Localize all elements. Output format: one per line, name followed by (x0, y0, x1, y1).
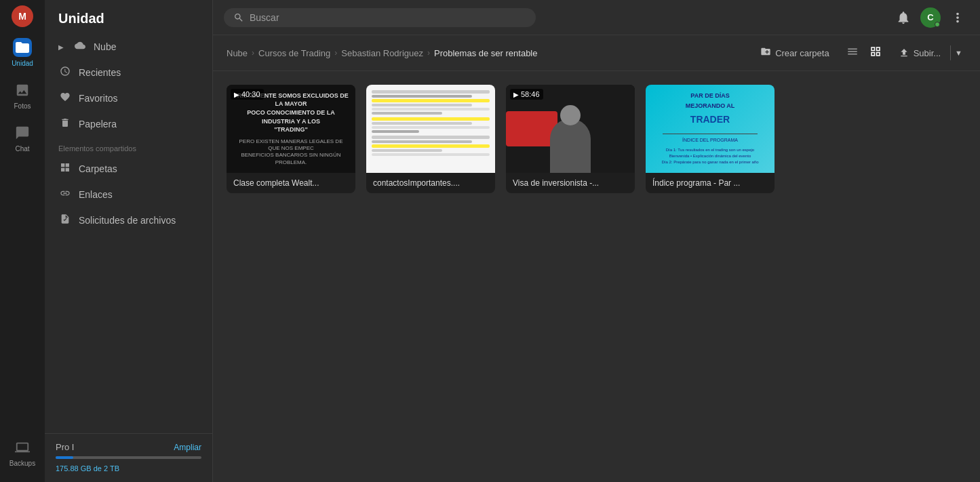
sidebar-footer: Pro I Ampliar 175.88 GB de 2 TB (45, 433, 212, 482)
sidebar-enlaces-label: Enlaces (79, 189, 113, 200)
ampliar-button[interactable]: Ampliar (174, 443, 201, 452)
file-name-1: Clase completa Wealt... (227, 173, 355, 193)
fotos-icon (13, 81, 32, 100)
breadcrumb-sep-3: › (427, 48, 430, 58)
breadcrumb-bar: Nube › Cursos de Trading › Sebastian Rod… (213, 35, 980, 71)
nav-label-unidad: Unidad (12, 60, 33, 67)
icon-bar: M Unidad Fotos Chat Backups (0, 0, 45, 482)
sidebar-header: Unidad (45, 0, 212, 35)
sidebar: Unidad ▶ Nube Recientes (45, 0, 213, 482)
sidebar-papelera-label: Papelera (79, 119, 117, 129)
breadcrumb-sep-1: › (252, 48, 254, 58)
user-avatar-icon[interactable]: M (12, 5, 33, 27)
search-box[interactable] (224, 8, 536, 27)
nav-label-chat: Chat (15, 145, 29, 153)
grid-view-button[interactable] (865, 42, 886, 64)
sidebar-carpetas-label: Carpetas (79, 163, 117, 174)
sidebar-nav: ▶ Nube Recientes Favori (45, 35, 212, 136)
crear-carpeta-button[interactable]: Crear carpeta (753, 43, 836, 63)
heart-icon (58, 92, 72, 105)
file-card-4[interactable]: PAR DE DÍAS MEJORANDO AL TRADER ÍNDICE D… (646, 85, 775, 193)
sidebar-item-solicitudes[interactable]: Solicitudes de archivos (50, 208, 207, 233)
unidad-icon (13, 38, 32, 57)
nav-label-backups: Backups (9, 460, 35, 467)
file-thumbnail-4: PAR DE DÍAS MEJORANDO AL TRADER ÍNDICE D… (646, 85, 775, 173)
list-view-button[interactable] (842, 42, 863, 64)
shared-section-label: Elementos compartidos (45, 136, 212, 157)
file-name-2: contactosImportantes.... (366, 173, 495, 193)
view-toggle (842, 42, 886, 64)
file-name-3: Visa de inversionista -... (506, 173, 635, 193)
duration-badge-1: ▶ 40:30 (231, 89, 264, 100)
storage-bar-fill (56, 456, 73, 459)
nav-item-fotos[interactable]: Fotos (0, 74, 45, 117)
file-name-4: Índice programa - Par ... (646, 173, 775, 193)
play-icon-3: ▶ (513, 91, 519, 98)
breadcrumb-cursos[interactable]: Cursos de Trading (258, 48, 330, 58)
breadcrumb-actions: Crear carpeta (753, 42, 966, 64)
file-thumbnail-1: TRISTEMENTE SOMOS EXCLUIDOS DE LA MAYORP… (227, 85, 355, 173)
storage-text: 175.88 GB de 2 TB (56, 464, 119, 473)
nav-item-chat[interactable]: Chat (0, 117, 45, 159)
file-grid: TRISTEMENTE SOMOS EXCLUIDOS DE LA MAYORP… (227, 85, 966, 193)
main-content: C Nube › Cursos de Trading › Sebastian R… (213, 0, 980, 482)
upload-button[interactable]: Subir... (892, 44, 947, 62)
file-card-3[interactable]: ▶ 58:46 Visa de inversionista -... (506, 85, 635, 193)
file-thumbnail-3: ▶ 58:46 (506, 85, 635, 173)
search-input[interactable] (250, 12, 526, 23)
storage-bar-bg (56, 456, 201, 459)
grid-icon (58, 162, 72, 176)
person-silhouette (550, 119, 591, 173)
topbar-actions: C (892, 6, 969, 29)
search-icon (233, 12, 244, 23)
upload-button-group: Subir... ▼ (892, 44, 966, 62)
sidebar-item-favoritos[interactable]: Favoritos (50, 86, 207, 111)
breadcrumb-problemas[interactable]: Problemas de ser rentable (434, 48, 537, 58)
chevron-icon: ▶ (58, 43, 64, 51)
more-options-button[interactable] (946, 6, 969, 29)
bell-icon (896, 10, 911, 25)
link-icon (58, 188, 72, 201)
chat-icon (13, 123, 32, 142)
user-avatar[interactable]: C (920, 7, 941, 28)
nav-label-fotos: Fotos (14, 102, 31, 110)
more-vert-icon (950, 10, 965, 25)
online-dot (935, 22, 940, 27)
cloud-icon (73, 40, 87, 54)
upload-icon (899, 47, 909, 58)
trash-icon (58, 117, 72, 131)
clock-icon (58, 66, 72, 79)
breadcrumb-sebastian[interactable]: Sebastian Rodriguez (341, 48, 423, 58)
breadcrumb-sep-2: › (334, 48, 337, 58)
file-request-icon (58, 214, 72, 227)
add-folder-icon (760, 46, 771, 60)
nav-item-unidad[interactable]: Unidad (0, 31, 45, 74)
duration-badge-3: ▶ 58:46 (510, 89, 543, 100)
sidebar-item-enlaces[interactable]: Enlaces (50, 182, 207, 207)
upload-chevron-button[interactable]: ▼ (950, 45, 966, 60)
sidebar-solicitudes-label: Solicitudes de archivos (79, 215, 176, 226)
play-icon-1: ▶ (234, 91, 239, 98)
sidebar-item-papelera[interactable]: Papelera (50, 112, 207, 136)
file-area: TRISTEMENTE SOMOS EXCLUIDOS DE LA MAYORP… (213, 71, 980, 482)
breadcrumb-nube[interactable]: Nube (227, 48, 248, 58)
sidebar-nube-label: Nube (94, 41, 116, 52)
plan-label: Pro I (56, 442, 74, 452)
backups-icon (13, 438, 32, 457)
nav-item-backups[interactable]: Backups (0, 431, 45, 474)
notification-button[interactable] (892, 6, 915, 29)
file-card-2[interactable]: contactosImportantes.... (366, 85, 495, 193)
file-thumbnail-2 (366, 85, 495, 173)
sidebar-item-nube[interactable]: ▶ Nube (50, 35, 207, 59)
sidebar-recientes-label: Recientes (79, 67, 121, 78)
sidebar-shared-nav: Carpetas Enlaces Solicitudes de archivos (45, 157, 212, 233)
file-card-1[interactable]: TRISTEMENTE SOMOS EXCLUIDOS DE LA MAYORP… (227, 85, 355, 193)
sidebar-item-recientes[interactable]: Recientes (50, 60, 207, 85)
sidebar-favoritos-label: Favoritos (79, 93, 118, 104)
sidebar-item-carpetas[interactable]: Carpetas (50, 157, 207, 181)
topbar: C (213, 0, 980, 35)
